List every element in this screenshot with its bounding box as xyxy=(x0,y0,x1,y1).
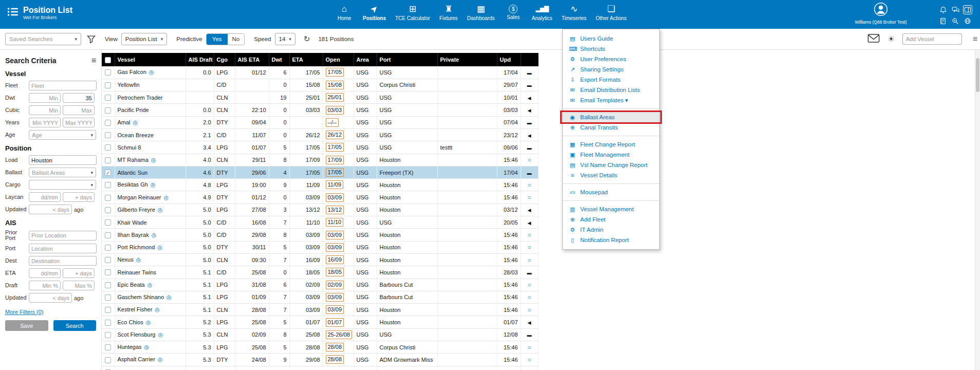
save-button[interactable]: Save xyxy=(5,320,48,331)
menu-item-vessel-details[interactable]: ≡Vessel Details xyxy=(563,170,659,180)
menu-item-it-admin[interactable]: ⚙IT Admin xyxy=(563,225,659,235)
table-row[interactable]: MT Rahama◎4.0CLN29/11817/0917/09USGHoust… xyxy=(102,154,538,166)
table-row[interactable]: Epic Beata◎5.1LPG31/08602/0902/09USGBarb… xyxy=(102,279,538,291)
menu-item-fleet-change-report[interactable]: ▦Fleet Change Report xyxy=(563,139,659,150)
menu-item-vessel-management[interactable]: ▥Vessel Management xyxy=(563,204,659,214)
row-checkbox[interactable] xyxy=(105,307,111,313)
column-header-check[interactable] xyxy=(102,53,115,66)
input-laycan[interactable] xyxy=(29,192,61,202)
table-row[interactable]: Ocean Breeze2.1C/D11/07026/1226/12USGUSG… xyxy=(102,128,538,141)
column-header-cgo[interactable]: Cgo xyxy=(214,53,235,66)
row-checkbox[interactable] xyxy=(105,294,111,301)
scrollbar-thumb[interactable] xyxy=(976,58,979,92)
nav-item-dashboards[interactable]: ▦Dashboards xyxy=(466,4,496,21)
envelope-icon[interactable] xyxy=(867,34,880,45)
nav-item-tce-calculator[interactable]: ⊞TCE Calculator xyxy=(394,4,431,21)
menu-item-canal-transits[interactable]: ⊕Canal Transits xyxy=(563,122,659,133)
globe-icon[interactable] xyxy=(964,17,971,25)
table-row[interactable]: Gas Falcon◎0.0LPG01/12617/0517/05USGUSG1… xyxy=(102,66,538,79)
row-checkbox[interactable]: ✓ xyxy=(105,170,111,176)
row-checkbox[interactable] xyxy=(105,282,111,288)
brightness-icon[interactable]: ☀ xyxy=(887,34,894,44)
select-ballast[interactable]: Ballast Areas▾ xyxy=(29,168,96,177)
column-header-open[interactable]: Open xyxy=(323,53,354,66)
bell-icon[interactable] xyxy=(939,6,947,14)
table-row[interactable]: Morgan Reinauer◎4.9DTY01/12003/0903/09US… xyxy=(102,191,538,203)
row-checkbox[interactable] xyxy=(105,144,111,151)
menu-item-mousepad[interactable]: ▭Mousepad xyxy=(563,187,659,197)
menu-item-export-formats[interactable]: ⇩Export Formats xyxy=(563,75,659,85)
input-fleet[interactable] xyxy=(29,81,97,90)
nav-item-analytics[interactable]: ▂▅▇Analytics xyxy=(531,4,553,21)
table-row[interactable]: Gilberto Freyre◎5.0LPG27/08313/1213/12US… xyxy=(102,203,538,216)
add-vessel-input[interactable] xyxy=(902,33,962,45)
table-row[interactable]: Asphalt Carrier◎5.3DTY24/08929/0828/08US… xyxy=(102,354,538,366)
menu-item-users-guide[interactable]: ▤Users Guide xyxy=(563,33,659,44)
column-header-dwt[interactable]: Dwt xyxy=(269,53,289,66)
table-row[interactable]: Schmui 83.4LPG01/07517/0517/05USGUSGtest… xyxy=(102,141,538,154)
nav-item-timeseries[interactable]: ∿Timeseries xyxy=(561,4,588,21)
input-dwt[interactable] xyxy=(63,93,95,103)
predictive-no-button[interactable]: No xyxy=(228,34,245,45)
speed-select[interactable]: 14 ▾ xyxy=(275,33,295,45)
column-settings-icon[interactable]: ≡ xyxy=(973,34,977,44)
search-button[interactable]: Search xyxy=(53,320,97,331)
input-dest[interactable] xyxy=(29,256,97,266)
user-block[interactable]: Williams (Q88 Broker Test) xyxy=(842,2,919,25)
vertical-scrollbar[interactable] xyxy=(975,50,980,370)
row-checkbox[interactable] xyxy=(105,219,111,226)
column-header-upd[interactable]: Upd xyxy=(497,53,521,66)
input-load[interactable] xyxy=(29,155,97,165)
menu-item-shortcuts[interactable]: ⌨Shortcuts xyxy=(563,44,659,54)
select-all-checkbox[interactable] xyxy=(105,57,111,63)
nav-item-other-actions[interactable]: ❏Other Actions xyxy=(595,4,627,21)
table-row[interactable]: Gaschem Shinano◎5.1LPG01/09703/0903/09US… xyxy=(102,291,538,303)
row-checkbox[interactable] xyxy=(105,82,111,88)
row-checkbox[interactable] xyxy=(105,69,111,76)
column-header-eta[interactable]: ETA xyxy=(289,53,323,66)
input-dwt[interactable] xyxy=(29,93,61,103)
saved-searches-select[interactable]: Saved Searches ▾ xyxy=(5,33,81,45)
table-row[interactable]: Ilhan Bayrak◎5.0C/D29/08803/0903/09USGHo… xyxy=(102,229,538,241)
table-row[interactable]: Pacific Pride0.0CLN22:10003/0303/03USGUS… xyxy=(102,104,538,116)
table-row[interactable] xyxy=(102,366,538,370)
menu-item-sharing-settings[interactable]: ↗Sharing Settings xyxy=(563,64,659,75)
row-checkbox[interactable] xyxy=(105,182,111,188)
app-brand[interactable]: Position List Wet For Brokers xyxy=(7,6,72,20)
table-row[interactable]: Reinauer Twins5.1C/D25/08018/0518/05USGH… xyxy=(102,266,538,279)
input-draft[interactable] xyxy=(63,281,95,290)
refresh-icon[interactable]: ↻ xyxy=(304,34,310,44)
input-laycan[interactable] xyxy=(63,192,95,202)
row-checkbox[interactable] xyxy=(105,357,111,363)
input-updated[interactable] xyxy=(29,293,72,303)
column-header-area[interactable]: Area xyxy=(354,53,377,66)
menu-item-ballast-areas[interactable]: ◉Ballast Areas xyxy=(563,112,659,122)
input-updated[interactable] xyxy=(29,205,72,214)
menu-item-email-distribution-lists[interactable]: ✉Email Distribution Lists xyxy=(563,85,659,95)
input-eta[interactable] xyxy=(29,268,61,278)
table-row[interactable]: Besiktas Gh◎4.8LPG19:00911/0911/09USGHou… xyxy=(102,179,538,191)
row-checkbox[interactable] xyxy=(105,120,111,126)
more-filters-link[interactable]: More Filters (0) xyxy=(5,309,44,315)
row-checkbox[interactable] xyxy=(105,207,111,213)
column-header-private[interactable]: Private xyxy=(437,53,497,66)
row-checkbox[interactable] xyxy=(105,269,111,275)
row-checkbox[interactable] xyxy=(105,132,111,138)
menu-item-notification-report[interactable]: ▯Notification Report xyxy=(563,235,659,245)
row-checkbox[interactable] xyxy=(105,195,111,201)
table-row[interactable]: Port Richmond◎5.0DTY30/11503/0903/09USGH… xyxy=(102,241,538,253)
column-header-draft[interactable]: AIS Draft▲ xyxy=(186,53,214,66)
zoom-icon[interactable] xyxy=(952,17,959,25)
nav-item-sales[interactable]: $Sales xyxy=(503,4,524,21)
column-header-status[interactable] xyxy=(521,53,538,66)
input-eta[interactable] xyxy=(63,268,95,278)
menu-item-email-templates[interactable]: ✉Email Templates ▾ xyxy=(563,95,659,105)
row-checkbox[interactable] xyxy=(105,107,111,114)
panel-toggle-icon[interactable] xyxy=(963,5,972,14)
table-row[interactable]: Huntegas◎5.3LPG25/08528/0828/08USGCorpus… xyxy=(102,341,538,354)
row-checkbox[interactable] xyxy=(105,157,111,163)
menu-item-vsl-name-change-report[interactable]: ▤Vsl Name Change Report xyxy=(563,160,659,170)
column-header-vessel[interactable]: Vessel xyxy=(115,53,186,66)
chat-icon[interactable] xyxy=(952,6,959,14)
table-row[interactable]: Kestrel Fisher◎5.1CLN28/08703/0903/09USG… xyxy=(102,304,538,316)
